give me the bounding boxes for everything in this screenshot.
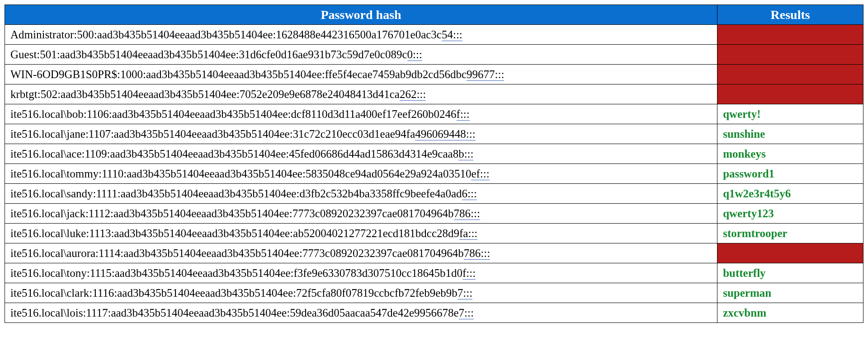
table-row: ite516.local\ace:1109:aad3b435b51404eeaa…: [5, 144, 863, 164]
hash-cell: ite516.local\luke:1113:aad3b435b51404eea…: [5, 224, 717, 243]
table-row: WIN-6OD9GB1S0PR$:1000:aad3b435b51404eeaa…: [5, 65, 863, 84]
hash-underlined-text: 7:::: [458, 287, 472, 299]
table-header-row: Password hash Results: [5, 5, 863, 25]
hash-underlined-text: 54:::: [442, 28, 462, 41]
result-cell: [717, 45, 863, 65]
hash-underlined-text: f:::: [462, 267, 476, 280]
hash-cell: ite516.local\jack:1112:aad3b435b51404eea…: [5, 204, 717, 224]
result-cell: butterfly: [717, 263, 863, 283]
table-row: Administrator:500:aad3b435b51404eeaad3b4…: [5, 25, 863, 45]
hash-underlined-text: 0:::: [407, 48, 422, 61]
hash-underlined-text: 262:::: [400, 88, 426, 101]
table-row: ite516.local\sandy:1111:aad3b435b51404ee…: [5, 184, 863, 204]
hash-main-text: ite516.local\jane:1107:aad3b435b51404eea…: [10, 128, 415, 140]
hash-cell: ite516.local\jane:1107:aad3b435b51404eea…: [5, 124, 717, 144]
hash-main-text: ite516.local\ace:1109:aad3b435b51404eeaa…: [10, 148, 458, 160]
result-cell: q1w2e3r4t5y6: [717, 184, 863, 204]
table-row: ite516.local\tony:1115:aad3b435b51404eea…: [5, 263, 863, 283]
header-hash: Password hash: [5, 5, 717, 25]
table-row: ite516.local\bob:1106:aad3b435b51404eeaa…: [5, 104, 863, 124]
hash-main-text: ite516.local\lois:1117:aad3b435b51404eea…: [10, 307, 459, 319]
hash-cell: ite516.local\tony:1115:aad3b435b51404eea…: [5, 263, 717, 283]
table-row: ite516.local\jane:1107:aad3b435b51404eea…: [5, 124, 863, 144]
table-row: ite516.local\jack:1112:aad3b435b51404eea…: [5, 204, 863, 224]
hash-cell: Administrator:500:aad3b435b51404eeaad3b4…: [5, 25, 717, 45]
result-cell: monkeys: [717, 144, 863, 164]
hash-main-text: Guest:501:aad3b435b51404eeaad3b435b51404…: [10, 48, 407, 61]
result-cell: [717, 65, 863, 84]
hash-cell: ite516.local\bob:1106:aad3b435b51404eeaa…: [5, 104, 717, 124]
header-results: Results: [717, 5, 863, 25]
result-cell: [717, 243, 863, 263]
result-cell: [717, 84, 863, 104]
table-row: ite516.local\tommy:1110:aad3b435b51404ee…: [5, 164, 863, 184]
hash-cell: ite516.local\ace:1109:aad3b435b51404eeaa…: [5, 144, 717, 164]
result-cell: qwerty123: [717, 204, 863, 224]
hash-main-text: ite516.local\aurora:1114:aad3b435b51404e…: [10, 247, 464, 259]
hash-underlined-text: 99677:::: [467, 68, 504, 81]
result-cell: password1: [717, 164, 863, 184]
hash-main-text: ite516.local\tony:1115:aad3b435b51404eea…: [10, 267, 462, 279]
hash-cell: ite516.local\sandy:1111:aad3b435b51404ee…: [5, 184, 717, 204]
hash-underlined-text: fa:::: [459, 227, 477, 240]
result-cell: qwerty!: [717, 104, 863, 124]
hash-underlined-text: 786:::: [454, 207, 480, 220]
hash-cell: ite516.local\aurora:1114:aad3b435b51404e…: [5, 243, 717, 263]
result-cell: stormtrooper: [717, 224, 863, 243]
hash-underlined-text: ef:::: [471, 168, 489, 180]
hash-main-text: ite516.local\sandy:1111:aad3b435b51404ee…: [10, 187, 462, 200]
hash-main-text: WIN-6OD9GB1S0PR$:1000:aad3b435b51404eeaa…: [10, 68, 467, 80]
hash-underlined-text: 7:::: [459, 307, 474, 319]
table-row: ite516.local\lois:1117:aad3b435b51404eea…: [5, 303, 863, 323]
table-row: ite516.local\aurora:1114:aad3b435b51404e…: [5, 243, 863, 263]
hash-main-text: ite516.local\bob:1106:aad3b435b51404eeaa…: [10, 108, 457, 120]
table-row: ite516.local\clark:1116:aad3b435b51404ee…: [5, 283, 863, 303]
hash-underlined-text: 6:::: [462, 187, 477, 200]
hash-main-text: krbtgt:502:aad3b435b51404eeaad3b435b5140…: [10, 88, 400, 100]
hash-cell: Guest:501:aad3b435b51404eeaad3b435b51404…: [5, 45, 717, 65]
hash-underlined-text: f:::: [457, 108, 470, 121]
hash-main-text: ite516.local\tommy:1110:aad3b435b51404ee…: [10, 168, 471, 180]
hash-main-text: ite516.local\clark:1116:aad3b435b51404ee…: [10, 287, 458, 299]
hash-underlined-text: b:::: [458, 148, 473, 160]
result-cell: superman: [717, 283, 863, 303]
hash-underlined-text: 786:::: [464, 247, 490, 260]
result-cell: sunshine: [717, 124, 863, 144]
hash-main-text: ite516.local\jack:1112:aad3b435b51404eea…: [10, 207, 454, 220]
hash-cell: ite516.local\tommy:1110:aad3b435b51404ee…: [5, 164, 717, 184]
table-row: ite516.local\luke:1113:aad3b435b51404eea…: [5, 224, 863, 243]
table-row: Guest:501:aad3b435b51404eeaad3b435b51404…: [5, 45, 863, 65]
hash-cell: WIN-6OD9GB1S0PR$:1000:aad3b435b51404eeaa…: [5, 65, 717, 84]
password-hash-table: Password hash Results Administrator:500:…: [5, 5, 863, 323]
result-cell: [717, 25, 863, 45]
hash-cell: ite516.local\clark:1116:aad3b435b51404ee…: [5, 283, 717, 303]
table-row: krbtgt:502:aad3b435b51404eeaad3b435b5140…: [5, 84, 863, 104]
hash-cell: krbtgt:502:aad3b435b51404eeaad3b435b5140…: [5, 84, 717, 104]
hash-underlined-text: 496069448:::: [415, 128, 475, 140]
hash-main-text: Administrator:500:aad3b435b51404eeaad3b4…: [10, 28, 442, 41]
hash-cell: ite516.local\lois:1117:aad3b435b51404eea…: [5, 303, 717, 323]
hash-main-text: ite516.local\luke:1113:aad3b435b51404eea…: [10, 227, 459, 239]
result-cell: zxcvbnm: [717, 303, 863, 323]
